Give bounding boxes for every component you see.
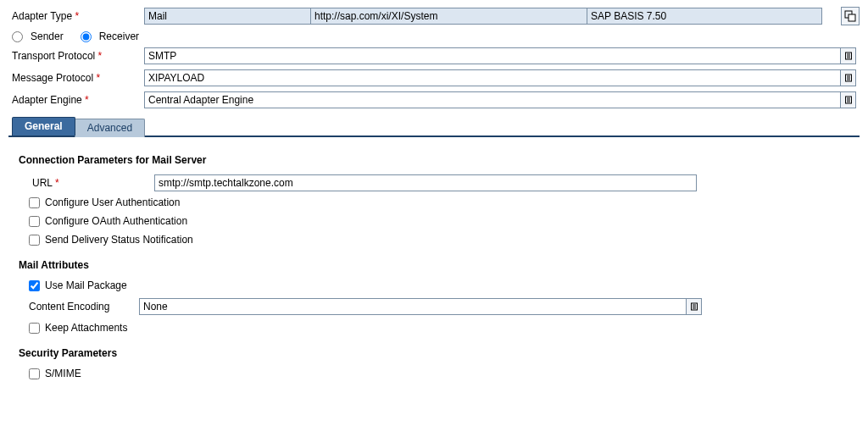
tab-advanced[interactable]: Advanced [75, 119, 145, 137]
content-encoding-label: Content Encoding [29, 301, 139, 313]
adapter-engine-input[interactable] [144, 91, 856, 108]
smime-label[interactable]: S/MIME [45, 368, 81, 379]
transport-protocol-dropdown-button[interactable] [840, 48, 855, 64]
smime-checkbox[interactable] [29, 368, 40, 379]
configure-oauth-checkbox[interactable] [29, 216, 40, 227]
transport-protocol-input[interactable] [144, 47, 856, 64]
adapter-type-fields [144, 8, 822, 25]
mail-attributes-title: Mail Attributes [19, 259, 853, 271]
receiver-label[interactable]: Receiver [99, 30, 139, 42]
adapter-engine-dropdown-button[interactable] [840, 92, 855, 108]
adapter-type-swcv [587, 8, 822, 25]
transport-protocol-label: Transport Protocol [8, 50, 144, 62]
tabs-bar: General Advanced [8, 117, 860, 137]
message-protocol-dropdown-button[interactable] [840, 70, 855, 86]
adapter-engine-combo[interactable] [144, 91, 856, 108]
message-protocol-label: Message Protocol [8, 72, 144, 84]
configure-user-auth-checkbox[interactable] [29, 197, 40, 208]
dropdown-icon [844, 96, 853, 104]
security-parameters-title: Security Parameters [19, 347, 853, 359]
transport-protocol-combo[interactable] [144, 47, 856, 64]
keep-attachments-label[interactable]: Keep Attachments [45, 322, 127, 334]
use-mail-package-label[interactable]: Use Mail Package [45, 279, 127, 291]
adapter-engine-label: Adapter Engine [8, 94, 144, 106]
copy-icon [844, 10, 856, 22]
use-mail-package-checkbox[interactable] [29, 280, 40, 291]
message-protocol-input[interactable] [144, 69, 856, 86]
send-dsn-label[interactable]: Send Delivery Status Notification [45, 234, 193, 246]
general-panel: Connection Parameters for Mail Server UR… [8, 137, 860, 390]
sender-radio[interactable] [12, 31, 23, 42]
content-encoding-dropdown-button[interactable] [686, 299, 701, 314]
dropdown-icon [690, 302, 698, 311]
send-dsn-checkbox[interactable] [29, 235, 40, 246]
content-encoding-input[interactable] [139, 298, 702, 315]
configure-user-auth-label[interactable]: Configure User Authentication [45, 196, 180, 208]
adapter-type-namespace [310, 8, 587, 25]
content-encoding-combo[interactable] [139, 298, 702, 315]
tab-general[interactable]: General [12, 117, 75, 136]
direction-group: Sender Receiver [8, 30, 860, 42]
sender-label[interactable]: Sender [31, 30, 64, 42]
dropdown-icon [844, 52, 853, 60]
svg-rect-1 [849, 14, 855, 21]
adapter-type-value [144, 8, 310, 25]
message-protocol-combo[interactable] [144, 69, 856, 86]
copy-object-button[interactable] [841, 7, 860, 25]
keep-attachments-checkbox[interactable] [29, 323, 40, 334]
connection-params-title: Connection Parameters for Mail Server [19, 154, 853, 166]
url-input[interactable] [154, 174, 697, 191]
configure-oauth-label[interactable]: Configure OAuth Authentication [45, 215, 187, 227]
receiver-radio[interactable] [81, 31, 92, 42]
dropdown-icon [844, 74, 853, 82]
url-label: URL [29, 177, 154, 189]
adapter-type-label: Adapter Type [8, 10, 144, 22]
